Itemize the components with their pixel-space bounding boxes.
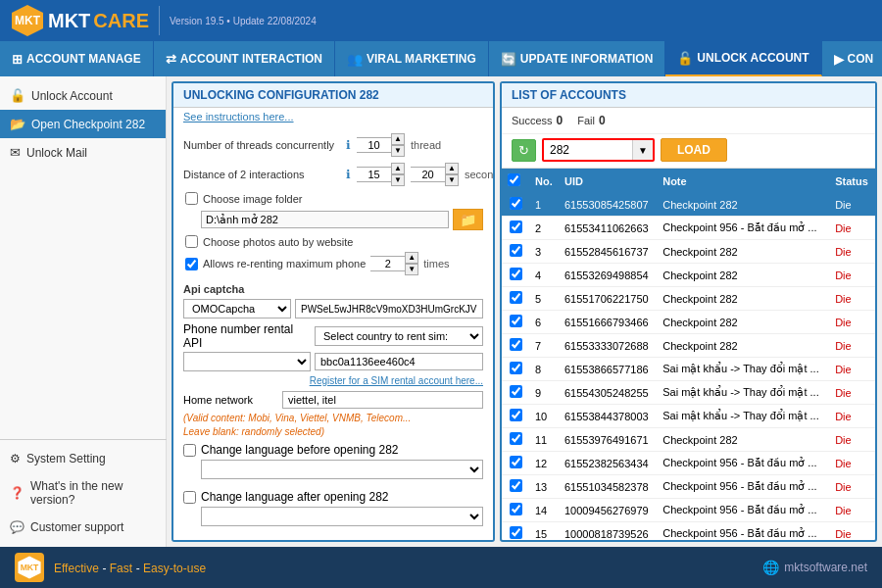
distance-val2-down[interactable]: ▼ bbox=[445, 174, 459, 186]
table-row[interactable]: 3 61552845616737 Checkpoint 282 Die bbox=[502, 240, 875, 264]
allows-renting-input[interactable] bbox=[370, 256, 405, 271]
row-checkbox[interactable] bbox=[510, 338, 522, 351]
row-note: Checkpoint 282 bbox=[657, 428, 829, 452]
unlock-account-sidebar-icon: 🔓 bbox=[10, 88, 25, 103]
header-divider bbox=[159, 6, 160, 35]
country-select[interactable]: Select country to rent sim: bbox=[315, 326, 483, 346]
account-manage-icon: ⊞ bbox=[12, 52, 23, 67]
tab-account-interaction[interactable]: ⇄ ACCOUNT INTERACTION bbox=[154, 41, 335, 76]
tab-unlock-account[interactable]: 🔓 UNLOCK ACCOUNT bbox=[665, 41, 821, 76]
row-checkbox-cell[interactable] bbox=[502, 264, 529, 287]
row-checkbox[interactable] bbox=[510, 220, 522, 233]
row-checkbox-cell[interactable] bbox=[502, 522, 529, 541]
refresh-button[interactable]: ↻ bbox=[512, 139, 536, 162]
distance-val2-up[interactable]: ▲ bbox=[445, 163, 459, 174]
table-row[interactable]: 5 61551706221750 Checkpoint 282 Die bbox=[502, 287, 875, 311]
threads-input[interactable]: 10 bbox=[357, 137, 391, 153]
row-checkbox[interactable] bbox=[510, 268, 522, 280]
table-row[interactable]: 14 10009456276979 Checkpoint 956 - Bắt đ… bbox=[502, 499, 875, 522]
captcha-api-key-input[interactable] bbox=[295, 299, 483, 318]
row-checkbox-cell[interactable] bbox=[502, 381, 529, 405]
change-lang-before-select[interactable] bbox=[201, 460, 483, 479]
row-checkbox-cell[interactable] bbox=[502, 193, 529, 217]
sidebar-item-unlock-mail[interactable]: ✉ Unlock Mail bbox=[0, 138, 166, 167]
tab-con[interactable]: ▶ CON bbox=[822, 41, 882, 76]
row-checkbox[interactable] bbox=[510, 362, 522, 374]
phone-rental-service-select[interactable] bbox=[183, 352, 311, 371]
instructions-link[interactable]: See instructions here... bbox=[173, 108, 493, 125]
table-row[interactable]: 12 61552382563434 Checkpoint 956 - Bắt đ… bbox=[502, 452, 875, 475]
row-checkbox[interactable] bbox=[510, 197, 522, 210]
row-checkbox-cell[interactable] bbox=[502, 452, 529, 475]
sidebar-item-whats-new[interactable]: ❓ What's in the new version? bbox=[0, 472, 167, 514]
table-row[interactable]: 1 61553085425807 Checkpoint 282 Die bbox=[502, 193, 875, 217]
row-checkbox-cell[interactable] bbox=[502, 405, 529, 428]
sidebar-item-unlock-account[interactable]: 🔓 Unlock Account bbox=[0, 81, 166, 110]
row-checkbox[interactable] bbox=[510, 456, 522, 468]
allows-renting-down[interactable]: ▼ bbox=[405, 264, 418, 275]
tab-viral-marketing[interactable]: 👥 VIRAL MARKETING bbox=[335, 41, 489, 76]
row-checkbox-cell[interactable] bbox=[502, 240, 529, 264]
svg-text:MKT: MKT bbox=[15, 14, 41, 27]
row-checkbox[interactable] bbox=[510, 526, 522, 539]
sidebar-item-open-checkpoint[interactable]: 📂 Open Checkpoint 282 bbox=[0, 110, 166, 138]
choose-photos-checkbox[interactable] bbox=[185, 235, 198, 248]
table-row[interactable]: 2 61553411062663 Checkpoint 956 - Bắt đầ… bbox=[502, 217, 875, 240]
row-checkbox-cell[interactable] bbox=[502, 499, 529, 522]
select-all-checkbox[interactable] bbox=[508, 173, 520, 186]
row-checkbox[interactable] bbox=[510, 385, 522, 398]
row-checkbox[interactable] bbox=[510, 291, 522, 304]
sim-register-link[interactable]: Register for a SIM rental account here..… bbox=[310, 375, 483, 386]
row-checkbox-cell[interactable] bbox=[502, 358, 529, 381]
change-lang-after-select[interactable] bbox=[201, 507, 483, 526]
allows-renting-input-group[interactable]: ▲ ▼ bbox=[370, 252, 418, 275]
distance-val1-down[interactable]: ▼ bbox=[391, 174, 405, 186]
choose-image-folder-btn[interactable]: 📁 bbox=[453, 209, 483, 230]
allows-renting-checkbox[interactable] bbox=[185, 258, 198, 270]
row-checkbox[interactable] bbox=[510, 503, 522, 515]
row-checkbox-cell[interactable] bbox=[502, 475, 529, 499]
threads-down-btn[interactable]: ▼ bbox=[391, 145, 405, 157]
table-row[interactable]: 13 61551034582378 Checkpoint 956 - Bắt đ… bbox=[502, 475, 875, 499]
row-checkbox-cell[interactable] bbox=[502, 217, 529, 240]
distance-val1-group[interactable]: ▲ ▼ bbox=[357, 163, 405, 186]
table-row[interactable]: 4 61553269498854 Checkpoint 282 Die bbox=[502, 264, 875, 287]
change-lang-after-checkbox[interactable] bbox=[183, 491, 196, 504]
allows-renting-up[interactable]: ▲ bbox=[405, 252, 418, 264]
table-row[interactable]: 7 61553333072688 Checkpoint 282 Die bbox=[502, 334, 875, 358]
distance-val2-input[interactable] bbox=[411, 167, 445, 182]
choose-image-path-input[interactable]: D:\ảnh mở 282 bbox=[201, 211, 449, 228]
row-checkbox[interactable] bbox=[510, 315, 522, 327]
change-lang-before-checkbox[interactable] bbox=[183, 444, 196, 457]
distance-val1-input[interactable] bbox=[357, 167, 391, 182]
row-checkbox[interactable] bbox=[510, 479, 522, 492]
sidebar-item-system-setting[interactable]: ⚙ System Setting bbox=[0, 445, 167, 472]
phone-rental-api-input[interactable] bbox=[315, 353, 483, 370]
load-input[interactable] bbox=[544, 140, 632, 160]
threads-input-group[interactable]: 10 ▲ ▼ bbox=[357, 133, 405, 157]
captcha-service-select[interactable]: OMOCapcha bbox=[183, 299, 291, 318]
table-row[interactable]: 9 61554305248255 Sai mật khẩu -> Thay đổ… bbox=[502, 381, 875, 405]
home-network-input[interactable] bbox=[282, 391, 483, 409]
row-checkbox-cell[interactable] bbox=[502, 428, 529, 452]
choose-image-checkbox[interactable] bbox=[185, 192, 198, 205]
table-row[interactable]: 11 61553976491671 Checkpoint 282 Die bbox=[502, 428, 875, 452]
row-checkbox[interactable] bbox=[510, 432, 522, 445]
load-button[interactable]: LOAD bbox=[661, 138, 727, 162]
table-row[interactable]: 6 61551666793466 Checkpoint 282 Die bbox=[502, 311, 875, 334]
row-checkbox-cell[interactable] bbox=[502, 287, 529, 311]
tab-update-information[interactable]: 🔄 UPDATE INFORMATION bbox=[489, 41, 666, 76]
table-row[interactable]: 15 10000818739526 Checkpoint 956 - Bắt đ… bbox=[502, 522, 875, 541]
table-row[interactable]: 10 61553844378003 Sai mật khẩu -> Thay đ… bbox=[502, 405, 875, 428]
row-checkbox-cell[interactable] bbox=[502, 334, 529, 358]
sidebar-item-customer-support[interactable]: 💬 Customer support bbox=[0, 514, 167, 541]
row-checkbox[interactable] bbox=[510, 409, 522, 421]
row-checkbox[interactable] bbox=[510, 244, 522, 257]
row-checkbox-cell[interactable] bbox=[502, 311, 529, 334]
tab-account-manage[interactable]: ⊞ ACCOUNT MANAGE bbox=[0, 41, 154, 76]
load-dropdown-btn[interactable]: ▼ bbox=[632, 140, 653, 160]
distance-val2-group[interactable]: ▲ ▼ bbox=[411, 163, 459, 186]
distance-val1-up[interactable]: ▲ bbox=[391, 163, 405, 174]
table-row[interactable]: 8 61553866577186 Sai mật khẩu -> Thay đổ… bbox=[502, 358, 875, 381]
threads-up-btn[interactable]: ▲ bbox=[391, 133, 405, 145]
